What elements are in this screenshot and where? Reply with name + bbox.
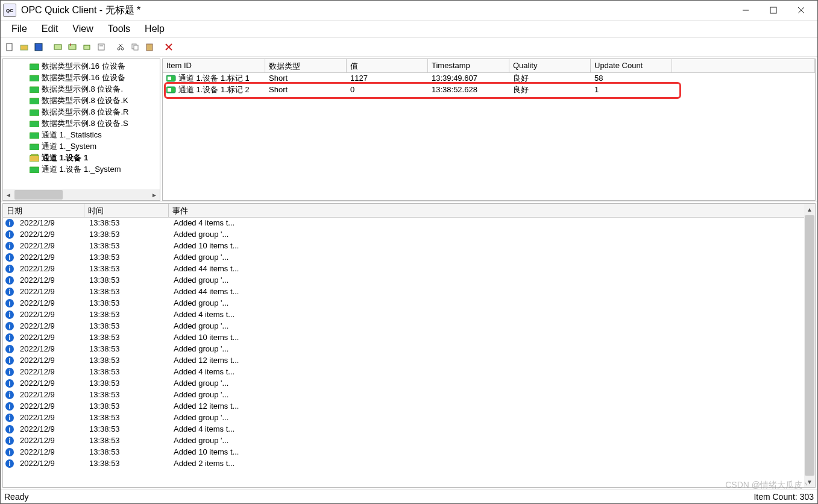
new-file-icon[interactable] xyxy=(3,40,16,54)
tree-item-label: 通道 1._System xyxy=(42,141,96,152)
scroll-thumb-v[interactable] xyxy=(805,215,814,476)
tree-item[interactable]: 数据类型示例.8 位设备.S xyxy=(3,118,160,129)
scroll-up-icon[interactable]: ▲ xyxy=(804,204,815,215)
log-row[interactable]: i2022/12/913:38:53Added group '... xyxy=(3,389,804,400)
menu-view[interactable]: View xyxy=(65,22,100,36)
cell-item-id: 通道 1.设备 1.标记 2 xyxy=(163,84,265,95)
log-row[interactable]: i2022/12/913:38:53Added group '... xyxy=(3,228,804,240)
folder-closed-icon xyxy=(30,131,39,139)
log-row[interactable]: i2022/12/913:38:53Added 10 items t... xyxy=(3,332,804,343)
tag-list-body[interactable]: 通道 1.设备 1.标记 1Short112713:39:49.607良好58通… xyxy=(163,72,815,200)
scroll-down-icon[interactable]: ▼ xyxy=(804,476,815,487)
new-item-icon[interactable] xyxy=(80,40,93,54)
log-date: 2022/12/9 xyxy=(16,287,86,296)
info-icon: i xyxy=(5,391,14,399)
title-bar[interactable]: QC OPC Quick Client - 无标题 * xyxy=(1,1,817,20)
log-row[interactable]: i2022/12/913:38:53Added 4 items t... xyxy=(3,423,804,435)
log-time: 13:38:53 xyxy=(86,356,170,365)
log-row[interactable]: i2022/12/913:38:53Added group '... xyxy=(3,435,804,446)
col-update-count[interactable]: Update Count xyxy=(591,59,672,72)
menu-file[interactable]: File xyxy=(4,22,34,36)
tree-item[interactable]: 通道 1.设备 1._System xyxy=(3,163,160,175)
tag-list-header[interactable]: Item ID 数据类型 值 Timestamp Quality Update … xyxy=(163,59,815,73)
log-row[interactable]: i2022/12/913:38:53Added group '... xyxy=(3,377,804,389)
log-row[interactable]: i2022/12/913:38:53Added 10 items t... xyxy=(3,240,804,251)
col-data-type[interactable]: 数据类型 xyxy=(265,59,347,72)
paste-icon[interactable] xyxy=(143,40,156,54)
properties-icon[interactable] xyxy=(95,40,108,54)
menu-help[interactable]: Help xyxy=(137,22,172,36)
tree-item[interactable]: 数据类型示例.8 位设备. xyxy=(3,83,160,95)
tree-item[interactable]: 数据类型示例.8 位设备.R xyxy=(3,106,160,118)
tree-item-label: 数据类型示例.8 位设备.R xyxy=(42,107,128,118)
log-time: 13:38:53 xyxy=(86,321,170,330)
log-row[interactable]: i2022/12/913:38:53Added 12 items t... xyxy=(3,400,804,412)
col-quality[interactable]: Quality xyxy=(509,59,591,72)
log-row[interactable]: i2022/12/913:38:53Added group '... xyxy=(3,320,804,332)
maximize-button[interactable] xyxy=(760,2,787,19)
log-time: 13:38:53 xyxy=(86,333,170,342)
close-button[interactable] xyxy=(787,2,815,19)
scroll-left-icon[interactable]: ◄ xyxy=(3,189,14,200)
new-server-icon[interactable] xyxy=(51,40,64,54)
svg-rect-23 xyxy=(30,75,39,81)
log-row[interactable]: i2022/12/913:38:53Added 4 items t... xyxy=(3,309,804,320)
tree-horizontal-scrollbar[interactable]: ◄ ► xyxy=(3,189,160,200)
log-body[interactable]: i2022/12/913:38:53Added 4 items t...i202… xyxy=(3,217,804,487)
tag-row[interactable]: 通道 1.设备 1.标记 1Short112713:39:49.607良好58 xyxy=(163,72,815,84)
delete-icon[interactable] xyxy=(162,40,175,54)
tree-item[interactable]: 数据类型示例.16 位设备 xyxy=(3,60,160,72)
copy-icon[interactable] xyxy=(128,40,142,54)
tree-item[interactable]: 通道 1._Statistics xyxy=(3,129,160,140)
window-title: OPC Quick Client - 无标题 * xyxy=(21,4,732,17)
log-row[interactable]: i2022/12/913:38:53Added 44 items t... xyxy=(3,286,804,297)
log-col-date[interactable]: 日期 xyxy=(3,204,84,217)
log-header[interactable]: 日期 时间 事件 xyxy=(3,204,815,218)
scroll-right-icon[interactable]: ► xyxy=(149,189,160,200)
tree-item-label: 数据类型示例.8 位设备.K xyxy=(42,95,128,106)
tag-icon xyxy=(166,75,176,82)
menu-edit[interactable]: Edit xyxy=(34,22,66,36)
log-row[interactable]: i2022/12/913:38:53Added group '... xyxy=(3,297,804,309)
save-icon[interactable] xyxy=(32,40,45,54)
svg-rect-31 xyxy=(30,156,39,162)
menu-tools[interactable]: Tools xyxy=(101,22,137,36)
col-value[interactable]: 值 xyxy=(347,59,428,72)
log-row[interactable]: i2022/12/913:38:53Added group '... xyxy=(3,343,804,354)
log-row[interactable]: i2022/12/913:38:53Added 4 items t... xyxy=(3,366,804,377)
log-event: Added group '... xyxy=(170,253,804,262)
log-row[interactable]: i2022/12/913:38:53Added 4 items t... xyxy=(3,217,804,228)
log-row[interactable]: i2022/12/913:38:53Added group '... xyxy=(3,251,804,263)
tag-row[interactable]: 通道 1.设备 1.标记 2Short013:38:52.628良好1 xyxy=(163,84,815,95)
cut-icon[interactable] xyxy=(114,40,127,54)
cell-update-count: 58 xyxy=(591,74,672,83)
log-row[interactable]: i2022/12/913:38:53Added 10 items t... xyxy=(3,446,804,458)
log-row[interactable]: i2022/12/913:38:53Added 44 items t... xyxy=(3,263,804,274)
open-file-icon[interactable] xyxy=(17,40,31,54)
log-date: 2022/12/9 xyxy=(16,333,86,342)
log-time: 13:38:53 xyxy=(86,253,170,262)
log-row[interactable]: i2022/12/913:38:53Added group '... xyxy=(3,274,804,286)
log-event: Added 10 items t... xyxy=(170,241,804,250)
log-col-event[interactable]: 事件 xyxy=(169,204,815,217)
tree-body[interactable]: 数据类型示例.16 位设备数据类型示例.16 位设备数据类型示例.8 位设备.数… xyxy=(3,59,160,189)
new-group-icon[interactable] xyxy=(66,40,79,54)
col-item-id[interactable]: Item ID xyxy=(163,59,265,72)
tree-item[interactable]: 数据类型示例.16 位设备 xyxy=(3,72,160,83)
col-timestamp[interactable]: Timestamp xyxy=(428,59,509,72)
log-row[interactable]: i2022/12/913:38:53Added group '... xyxy=(3,412,804,423)
log-row[interactable]: i2022/12/913:38:53Added 12 items t... xyxy=(3,354,804,366)
log-event: Added 12 items t... xyxy=(170,402,804,411)
scroll-thumb[interactable] xyxy=(14,190,63,200)
tree-item[interactable]: 通道 1.设备 1 xyxy=(3,152,160,163)
tree-item[interactable]: 通道 1._System xyxy=(3,140,160,152)
log-time: 13:38:53 xyxy=(86,402,170,411)
log-time: 13:38:53 xyxy=(86,264,170,273)
svg-rect-24 xyxy=(30,87,39,93)
tree-item[interactable]: 数据类型示例.8 位设备.K xyxy=(3,95,160,106)
log-row[interactable]: i2022/12/913:38:53Added 2 items t... xyxy=(3,458,804,469)
folder-closed-icon xyxy=(30,119,39,127)
log-col-time[interactable]: 时间 xyxy=(84,204,169,217)
minimize-button[interactable] xyxy=(732,2,760,19)
log-vertical-scrollbar[interactable]: ▲ ▼ xyxy=(804,204,815,487)
